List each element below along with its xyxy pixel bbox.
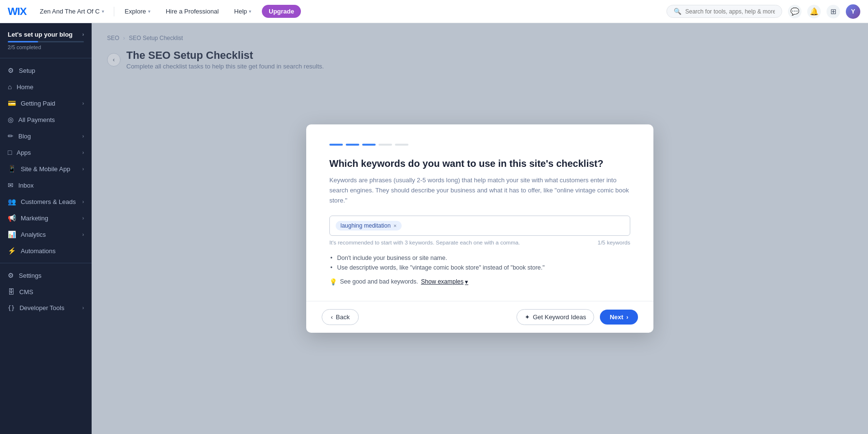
- keyword-meta: It's recommended to start with 3 keyword…: [329, 240, 630, 245]
- keyword-ideas-icon: ✦: [525, 313, 530, 321]
- keyword-tag-text: laughing meditation: [340, 222, 391, 229]
- sidebar-item-label: Customers & Leads: [21, 198, 78, 205]
- sidebar-item-inbox[interactable]: ✉ Inbox: [0, 177, 92, 193]
- sidebar: Let's set up your blog › 2/5 completed ⚙…: [0, 23, 92, 434]
- sidebar-item-blog[interactable]: ✏ Blog ›: [0, 128, 92, 144]
- content-area: SEO › SEO Setup Checklist ‹ The SEO Setu…: [92, 23, 868, 434]
- sidebar-item-apps[interactable]: □ Apps ›: [0, 144, 92, 161]
- marketing-chevron: ›: [82, 216, 84, 221]
- grid-icon[interactable]: ⊞: [827, 5, 840, 18]
- all-payments-icon: ◎: [8, 116, 14, 123]
- modal-overlay: Which keywords do you want to use in thi…: [92, 23, 868, 434]
- sidebar-item-label: Setup: [19, 67, 84, 74]
- keyword-ideas-button[interactable]: ✦ Get Keyword Ideas: [516, 309, 595, 325]
- back-button[interactable]: ‹ Back: [322, 309, 359, 325]
- sidebar-setup-chevron: ›: [82, 32, 84, 37]
- modal-description: Keywords are phrases (usually 2-5 words …: [329, 176, 630, 205]
- tips-list: Don't include your business or site name…: [329, 253, 630, 272]
- sidebar-item-label: Analytics: [21, 231, 78, 238]
- keyword-tag-remove[interactable]: ×: [393, 223, 396, 229]
- modal-footer-right: ✦ Get Keyword Ideas Next ›: [516, 309, 638, 325]
- search-icon: 🔍: [674, 8, 681, 15]
- topnav: WIX Zen And The Art Of C ▾ Explore ▾ Hir…: [0, 0, 868, 23]
- site-name: Zen And The Art Of C: [40, 8, 100, 15]
- show-examples-prefix: See good and bad keywords.: [340, 278, 418, 285]
- sidebar-item-marketing[interactable]: 📢 Marketing ›: [0, 210, 92, 226]
- keyword-tag: laughing meditation ×: [336, 221, 402, 231]
- sidebar-item-developer-tools[interactable]: {} Developer Tools ›: [0, 300, 92, 316]
- sidebar-item-cms[interactable]: 🗄 CMS: [0, 284, 92, 300]
- sidebar-item-home[interactable]: ⌂ Home: [0, 79, 92, 95]
- sidebar-divider: [0, 58, 92, 58]
- sidebar-item-label: Apps: [16, 149, 77, 156]
- help-chevron: ▾: [249, 9, 251, 14]
- sidebar-item-automations[interactable]: ⚡ Automations: [0, 243, 92, 259]
- next-arrow-icon: ›: [626, 313, 628, 321]
- sidebar-progress-fill: [8, 41, 38, 42]
- sidebar-progress-text: 2/5 completed: [8, 44, 84, 50]
- sidebar-item-settings[interactable]: ⚙ Settings: [0, 267, 92, 284]
- next-button[interactable]: Next ›: [600, 310, 638, 325]
- sidebar-item-label: Developer Tools: [19, 304, 77, 312]
- lightbulb-icon: 💡: [329, 278, 337, 285]
- marketing-icon: 📢: [8, 214, 16, 222]
- automations-icon: ⚡: [8, 247, 16, 255]
- hire-professional[interactable]: Hire a Professional: [161, 6, 224, 17]
- step-dot-3: [362, 144, 376, 146]
- sidebar-item-analytics[interactable]: 📊 Analytics ›: [0, 226, 92, 243]
- cms-icon: 🗄: [8, 288, 14, 296]
- sidebar-item-label: Automations: [21, 247, 84, 255]
- blog-icon: ✏: [8, 132, 14, 140]
- explore-menu[interactable]: Explore ▾: [120, 6, 155, 17]
- sidebar-item-label: Inbox: [18, 182, 84, 189]
- notifications-icon[interactable]: 🔔: [807, 5, 821, 18]
- help-menu[interactable]: Help ▾: [230, 6, 257, 17]
- messages-icon[interactable]: 💬: [788, 5, 801, 18]
- apps-icon: □: [8, 149, 12, 156]
- show-examples: 💡 See good and bad keywords. Show exampl…: [329, 278, 630, 285]
- sidebar-item-site-mobile-app[interactable]: 📱 Site & Mobile App ›: [0, 161, 92, 177]
- analytics-icon: 📊: [8, 231, 16, 238]
- step-dots: [329, 144, 630, 146]
- sidebar-item-label: Settings: [19, 272, 84, 279]
- upgrade-button[interactable]: Upgrade: [262, 5, 301, 18]
- tip-1: Don't include your business or site name…: [329, 253, 630, 263]
- apps-chevron: ›: [82, 150, 84, 155]
- sidebar-item-getting-paid[interactable]: 💳 Getting Paid ›: [0, 95, 92, 111]
- site-mobile-icon: 📱: [8, 165, 16, 173]
- step-dot-2: [346, 144, 359, 146]
- search-input[interactable]: [685, 8, 775, 15]
- site-selector[interactable]: Zen And The Art Of C ▾: [36, 6, 108, 17]
- sidebar-item-customers-leads[interactable]: 👥 Customers & Leads ›: [0, 193, 92, 210]
- modal-card: Which keywords do you want to use in thi…: [306, 124, 653, 332]
- getting-paid-icon: 💳: [8, 99, 16, 107]
- chevron-down-icon: ▾: [465, 278, 468, 285]
- nav-separator: [114, 7, 114, 16]
- sidebar-item-all-payments[interactable]: ◎ All Payments: [0, 111, 92, 128]
- analytics-chevron: ›: [82, 232, 84, 237]
- keyword-input-area[interactable]: laughing meditation ×: [329, 216, 630, 236]
- keyword-input[interactable]: [406, 222, 624, 229]
- sidebar-item-setup[interactable]: ⚙ Setup: [0, 62, 92, 79]
- sidebar-progress-bar: [8, 41, 84, 42]
- sidebar-item-label: CMS: [19, 288, 84, 296]
- modal-footer: ‹ Back ✦ Get Keyword Ideas Next ›: [306, 301, 653, 333]
- sidebar-divider-2: [0, 263, 92, 263]
- sidebar-item-label: Site & Mobile App: [21, 165, 78, 173]
- getting-paid-chevron: ›: [82, 101, 84, 106]
- topnav-right: 🔍 💬 🔔 ⊞ Y: [666, 4, 860, 19]
- global-search[interactable]: 🔍: [666, 5, 782, 18]
- setup-icon: ⚙: [8, 67, 14, 74]
- modal-question: Which keywords do you want to use in thi…: [329, 157, 630, 170]
- back-arrow-icon: ‹: [331, 313, 333, 321]
- show-examples-link[interactable]: Show examples ▾: [421, 278, 468, 285]
- customers-icon: 👥: [8, 198, 16, 205]
- sidebar-setup-title[interactable]: Let's set up your blog ›: [8, 31, 84, 38]
- main-layout: Let's set up your blog › 2/5 completed ⚙…: [0, 23, 868, 434]
- step-dot-4: [379, 144, 392, 146]
- blog-chevron: ›: [82, 134, 84, 139]
- avatar[interactable]: Y: [846, 4, 860, 19]
- keyword-count: 1/5 keywords: [597, 240, 630, 245]
- developer-tools-icon: {}: [8, 305, 14, 312]
- modal-body: Which keywords do you want to use in thi…: [306, 124, 653, 300]
